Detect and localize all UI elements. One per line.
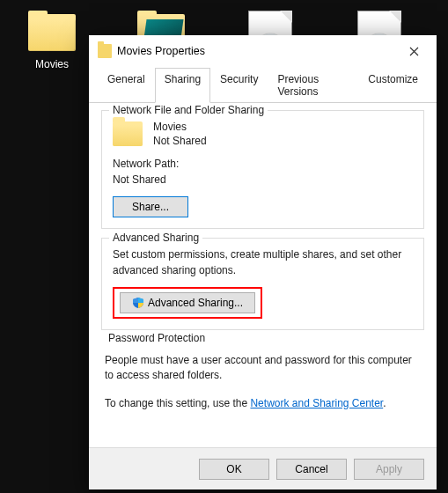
- desktop-item-movies[interactable]: Movies: [18, 11, 86, 70]
- shield-icon: [132, 297, 144, 309]
- folder-icon: [26, 11, 77, 53]
- group-title: Network File and Folder Sharing: [109, 104, 268, 116]
- folder-icon: [98, 44, 112, 58]
- group-advanced-sharing: Advanced Sharing Set custom permissions,…: [101, 238, 424, 330]
- share-item-status: Not Shared: [153, 134, 207, 148]
- highlight-annotation: Advanced Sharing...: [113, 287, 262, 319]
- close-button[interactable]: [394, 38, 433, 64]
- group-title: Password Protection: [105, 332, 209, 344]
- ok-button[interactable]: OK: [199, 459, 269, 480]
- folder-icon: [113, 121, 143, 146]
- password-protection-line2: To change this setting, use the Network …: [105, 396, 421, 411]
- share-item-name: Movies: [153, 120, 207, 134]
- tab-row: General Sharing Security Previous Versio…: [89, 67, 437, 103]
- desktop-item-label: Movies: [35, 58, 69, 70]
- group-title: Advanced Sharing: [109, 232, 202, 244]
- advanced-sharing-button[interactable]: Advanced Sharing...: [120, 292, 255, 313]
- close-icon: [409, 47, 419, 56]
- cancel-button[interactable]: Cancel: [276, 459, 347, 480]
- tab-customize[interactable]: Customize: [358, 68, 428, 103]
- network-path-value: Not Shared: [113, 173, 413, 188]
- window-title: Movies Properties: [117, 45, 394, 57]
- tab-sharing[interactable]: Sharing: [155, 68, 210, 103]
- advanced-sharing-description: Set custom permissions, create multiple …: [113, 247, 413, 278]
- titlebar[interactable]: Movies Properties: [89, 35, 437, 67]
- tab-previous-versions[interactable]: Previous Versions: [268, 68, 358, 103]
- tab-security[interactable]: Security: [210, 68, 268, 103]
- properties-dialog: Movies Properties General Sharing Securi…: [89, 35, 437, 489]
- network-path-label: Network Path:: [113, 157, 413, 172]
- dialog-footer: OK Cancel Apply: [89, 447, 437, 489]
- apply-button[interactable]: Apply: [354, 459, 424, 480]
- password-protection-line1: People must have a user account and pass…: [105, 353, 421, 384]
- share-button[interactable]: Share...: [113, 196, 188, 217]
- network-sharing-center-link[interactable]: Network and Sharing Center: [250, 397, 383, 409]
- tab-general[interactable]: General: [98, 68, 155, 103]
- group-password-protection: Password Protection People must have a u…: [101, 339, 424, 422]
- tab-body-sharing: Network File and Folder Sharing Movies N…: [89, 103, 437, 447]
- group-network-sharing: Network File and Folder Sharing Movies N…: [101, 110, 424, 229]
